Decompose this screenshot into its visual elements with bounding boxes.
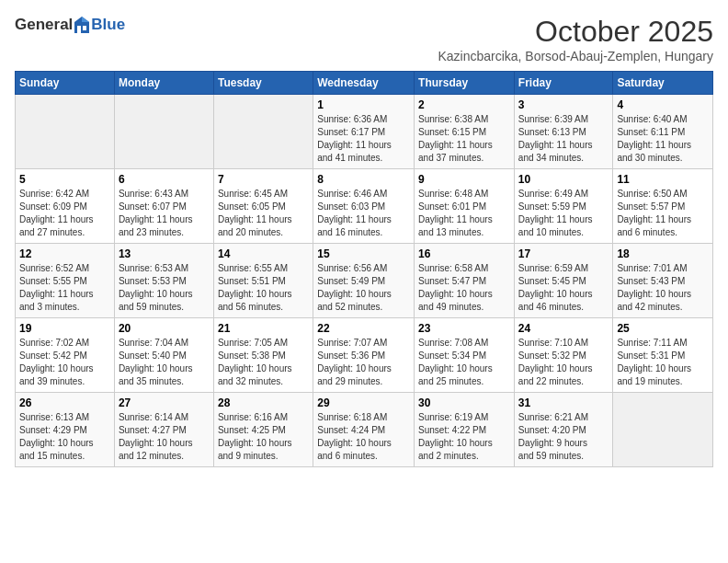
day-cell: 27Sunrise: 6:14 AM Sunset: 4:27 PM Dayli… (114, 393, 213, 467)
day-number: 23 (418, 322, 510, 335)
day-info: Sunrise: 6:46 AM Sunset: 6:03 PM Dayligh… (317, 188, 410, 239)
day-info: Sunrise: 6:16 AM Sunset: 4:25 PM Dayligh… (218, 411, 309, 463)
weekday-monday: Monday (114, 72, 213, 95)
week-row-3: 19Sunrise: 7:02 AM Sunset: 5:42 PM Dayli… (16, 318, 713, 393)
day-number: 2 (418, 98, 510, 111)
day-number: 26 (19, 396, 110, 409)
day-number: 6 (119, 173, 210, 186)
day-info: Sunrise: 6:56 AM Sunset: 5:49 PM Dayligh… (317, 262, 410, 314)
day-number: 14 (218, 247, 309, 260)
day-info: Sunrise: 6:19 AM Sunset: 4:22 PM Dayligh… (418, 411, 510, 463)
day-info: Sunrise: 6:21 AM Sunset: 4:20 PM Dayligh… (518, 411, 609, 463)
day-info: Sunrise: 6:39 AM Sunset: 6:13 PM Dayligh… (518, 113, 609, 165)
day-info: Sunrise: 7:07 AM Sunset: 5:36 PM Dayligh… (317, 337, 410, 388)
week-row-0: 1Sunrise: 6:36 AM Sunset: 6:17 PM Daylig… (16, 95, 713, 169)
day-info: Sunrise: 6:18 AM Sunset: 4:24 PM Dayligh… (317, 411, 410, 463)
calendar-table: SundayMondayTuesdayWednesdayThursdayFrid… (15, 71, 713, 467)
day-cell: 23Sunrise: 7:08 AM Sunset: 5:34 PM Dayli… (415, 318, 515, 393)
day-cell (213, 95, 313, 169)
logo-icon (74, 15, 90, 35)
calendar-body: 1Sunrise: 6:36 AM Sunset: 6:17 PM Daylig… (16, 95, 713, 467)
day-number: 7 (218, 173, 309, 186)
day-cell: 29Sunrise: 6:18 AM Sunset: 4:24 PM Dayli… (313, 393, 415, 467)
day-number: 29 (317, 396, 410, 409)
day-number: 18 (617, 247, 709, 260)
weekday-wednesday: Wednesday (313, 72, 415, 95)
day-cell: 20Sunrise: 7:04 AM Sunset: 5:40 PM Dayli… (114, 318, 213, 393)
day-number: 24 (518, 322, 609, 335)
day-info: Sunrise: 7:04 AM Sunset: 5:40 PM Dayligh… (119, 337, 210, 388)
day-info: Sunrise: 6:42 AM Sunset: 6:09 PM Dayligh… (19, 188, 110, 239)
day-cell: 7Sunrise: 6:45 AM Sunset: 6:05 PM Daylig… (213, 169, 313, 244)
day-number: 13 (119, 247, 210, 260)
day-cell: 26Sunrise: 6:13 AM Sunset: 4:29 PM Dayli… (16, 393, 115, 467)
day-cell: 28Sunrise: 6:16 AM Sunset: 4:25 PM Dayli… (213, 393, 313, 467)
day-cell: 18Sunrise: 7:01 AM Sunset: 5:43 PM Dayli… (613, 244, 713, 318)
logo-general: General (15, 16, 73, 34)
weekday-sunday: Sunday (16, 72, 115, 95)
day-cell: 10Sunrise: 6:49 AM Sunset: 5:59 PM Dayli… (514, 169, 613, 244)
day-number: 25 (617, 322, 709, 335)
day-cell: 21Sunrise: 7:05 AM Sunset: 5:38 PM Dayli… (213, 318, 313, 393)
day-info: Sunrise: 6:49 AM Sunset: 5:59 PM Dayligh… (518, 188, 609, 239)
day-cell: 9Sunrise: 6:48 AM Sunset: 6:01 PM Daylig… (415, 169, 515, 244)
location-title: Kazincbarcika, Borsod-Abauj-Zemplen, Hun… (438, 49, 713, 63)
day-cell (114, 95, 213, 169)
day-cell: 25Sunrise: 7:11 AM Sunset: 5:31 PM Dayli… (613, 318, 713, 393)
day-cell: 15Sunrise: 6:56 AM Sunset: 5:49 PM Dayli… (313, 244, 415, 318)
svg-rect-2 (77, 26, 81, 33)
day-info: Sunrise: 6:52 AM Sunset: 5:55 PM Dayligh… (19, 262, 110, 314)
day-number: 20 (119, 322, 210, 335)
day-cell: 19Sunrise: 7:02 AM Sunset: 5:42 PM Dayli… (16, 318, 115, 393)
month-title: October 2025 (438, 15, 713, 49)
day-info: Sunrise: 6:13 AM Sunset: 4:29 PM Dayligh… (19, 411, 110, 463)
day-cell: 8Sunrise: 6:46 AM Sunset: 6:03 PM Daylig… (313, 169, 415, 244)
day-number: 22 (317, 322, 410, 335)
day-number: 12 (19, 247, 110, 260)
day-number: 30 (418, 396, 510, 409)
day-info: Sunrise: 6:38 AM Sunset: 6:15 PM Dayligh… (418, 113, 510, 165)
day-cell: 17Sunrise: 6:59 AM Sunset: 5:45 PM Dayli… (514, 244, 613, 318)
svg-marker-1 (82, 17, 89, 22)
day-number: 21 (218, 322, 309, 335)
day-info: Sunrise: 6:53 AM Sunset: 5:53 PM Dayligh… (119, 262, 210, 314)
weekday-thursday: Thursday (415, 72, 515, 95)
day-cell: 3Sunrise: 6:39 AM Sunset: 6:13 PM Daylig… (514, 95, 613, 169)
day-info: Sunrise: 7:01 AM Sunset: 5:43 PM Dayligh… (617, 262, 709, 314)
day-cell: 30Sunrise: 6:19 AM Sunset: 4:22 PM Dayli… (415, 393, 515, 467)
day-number: 16 (418, 247, 510, 260)
week-row-1: 5Sunrise: 6:42 AM Sunset: 6:09 PM Daylig… (16, 169, 713, 244)
day-cell: 5Sunrise: 6:42 AM Sunset: 6:09 PM Daylig… (16, 169, 115, 244)
day-info: Sunrise: 7:08 AM Sunset: 5:34 PM Dayligh… (418, 337, 510, 388)
day-number: 1 (317, 98, 410, 111)
day-number: 5 (19, 173, 110, 186)
day-info: Sunrise: 7:10 AM Sunset: 5:32 PM Dayligh… (518, 337, 609, 388)
page-header: General Blue October 2025 Kazincbarcika,… (15, 15, 713, 63)
day-cell: 24Sunrise: 7:10 AM Sunset: 5:32 PM Dayli… (514, 318, 613, 393)
day-info: Sunrise: 6:58 AM Sunset: 5:47 PM Dayligh… (418, 262, 510, 314)
day-cell: 12Sunrise: 6:52 AM Sunset: 5:55 PM Dayli… (16, 244, 115, 318)
day-cell: 14Sunrise: 6:55 AM Sunset: 5:51 PM Dayli… (213, 244, 313, 318)
day-info: Sunrise: 6:45 AM Sunset: 6:05 PM Dayligh… (218, 188, 309, 239)
day-number: 10 (518, 173, 609, 186)
day-number: 11 (617, 173, 709, 186)
day-cell: 22Sunrise: 7:07 AM Sunset: 5:36 PM Dayli… (313, 318, 415, 393)
week-row-2: 12Sunrise: 6:52 AM Sunset: 5:55 PM Dayli… (16, 244, 713, 318)
day-number: 31 (518, 396, 609, 409)
day-cell: 31Sunrise: 6:21 AM Sunset: 4:20 PM Dayli… (514, 393, 613, 467)
day-info: Sunrise: 6:43 AM Sunset: 6:07 PM Dayligh… (119, 188, 210, 239)
day-cell: 2Sunrise: 6:38 AM Sunset: 6:15 PM Daylig… (415, 95, 515, 169)
logo: General Blue (15, 15, 125, 35)
day-number: 28 (218, 396, 309, 409)
weekday-friday: Friday (514, 72, 613, 95)
day-cell: 13Sunrise: 6:53 AM Sunset: 5:53 PM Dayli… (114, 244, 213, 318)
day-cell (16, 95, 115, 169)
day-info: Sunrise: 6:40 AM Sunset: 6:11 PM Dayligh… (617, 113, 709, 165)
day-number: 8 (317, 173, 410, 186)
day-cell: 11Sunrise: 6:50 AM Sunset: 5:57 PM Dayli… (613, 169, 713, 244)
title-block: October 2025 Kazincbarcika, Borsod-Abauj… (438, 15, 713, 63)
day-info: Sunrise: 7:02 AM Sunset: 5:42 PM Dayligh… (19, 337, 110, 388)
day-cell: 4Sunrise: 6:40 AM Sunset: 6:11 PM Daylig… (613, 95, 713, 169)
weekday-header-row: SundayMondayTuesdayWednesdayThursdayFrid… (16, 72, 713, 95)
day-info: Sunrise: 7:05 AM Sunset: 5:38 PM Dayligh… (218, 337, 309, 388)
